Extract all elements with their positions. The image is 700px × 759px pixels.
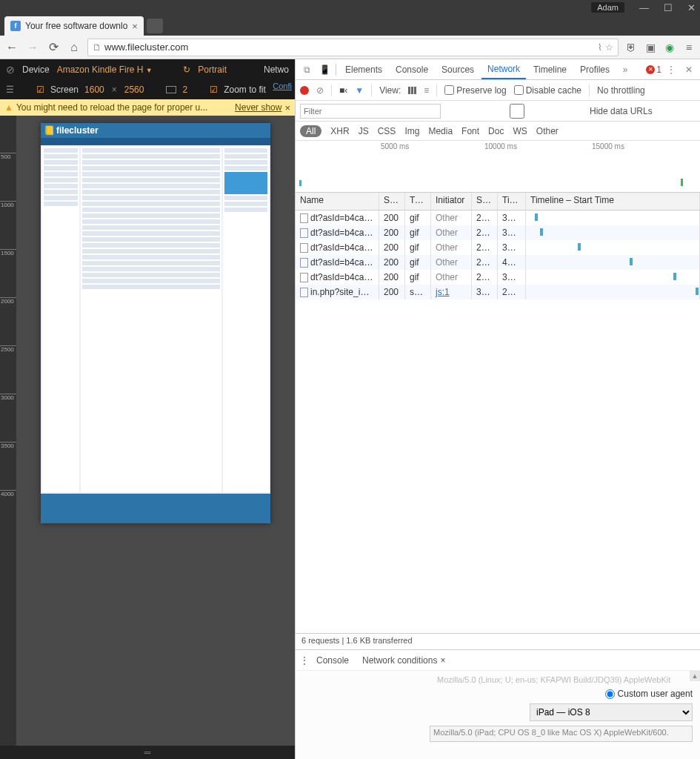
rotate-icon[interactable]: ↻ [183, 64, 190, 75]
filter-input[interactable] [300, 104, 441, 119]
favicon-icon: f [10, 21, 21, 31]
warning-close-icon[interactable]: × [284, 102, 290, 113]
configure-link[interactable]: Confi [273, 82, 292, 90]
cast-icon[interactable]: ▣ [644, 41, 657, 54]
record-button[interactable] [300, 86, 309, 95]
screen-label: Screen [50, 84, 79, 95]
view-large-icon[interactable] [408, 87, 416, 94]
drawer-tab-network-conditions[interactable]: Network conditions × [358, 655, 450, 666]
drag-handle[interactable]: ═ [0, 746, 295, 759]
minimize-button[interactable]: — [639, 2, 649, 13]
warning-bar: ▲ You might need to reload the page for … [0, 99, 295, 116]
shield-icon[interactable]: ⛨ [624, 41, 638, 54]
view-small-icon[interactable]: ≡ [424, 85, 429, 96]
tab-strip: f Your free software downlo × [0, 15, 700, 36]
drawer-tab-console[interactable]: Console [312, 655, 353, 666]
custom-ua-radio[interactable]: Custom user agent [605, 689, 693, 699]
table-row[interactable]: dt?asId=b4ca58...200gifOther260...33 ... [296, 240, 700, 255]
ua-string-input[interactable]: Mozilla/5.0 (iPad; CPU OS 8_0 like Mac O… [430, 726, 693, 742]
warning-text: You might need to reload the page for pr… [16, 102, 232, 113]
type-filter-row: All XHR JS CSS Img Media Font Doc WS Oth… [296, 122, 700, 141]
filter-other[interactable]: Other [536, 126, 559, 136]
bookmark-icon[interactable]: ☆ [605, 42, 613, 53]
close-button[interactable]: ✕ [687, 2, 696, 13]
table-header[interactable]: Name Stat... Type Initiator Size Time Ti… [296, 193, 700, 211]
table-row[interactable]: dt?asId=b4ca58...200gifOther260...48 ... [296, 255, 700, 270]
filter-row: Hide data URLs [296, 101, 700, 122]
tab-title: Your free software downlo [25, 21, 127, 31]
devtools-close-icon[interactable]: ✕ [681, 64, 697, 75]
new-tab-button[interactable] [147, 19, 163, 33]
key-icon[interactable]: ⌇ [598, 42, 602, 53]
filter-ws[interactable]: WS [513, 126, 527, 136]
filter-doc[interactable]: Doc [488, 126, 504, 136]
filter-font[interactable]: Font [461, 126, 479, 136]
tab-timeline[interactable]: Timeline [527, 59, 573, 79]
screen-checkbox[interactable]: ☑ [36, 84, 44, 95]
device-emulator-pane: ⊘ Device Amazon Kindle Fire H ▼ ↻ Portra… [0, 59, 295, 759]
never-show-link[interactable]: Never show [235, 102, 281, 113]
browser-tab[interactable]: f Your free software downlo × [4, 16, 144, 36]
network-table: Name Stat... Type Initiator Size Time Ti… [296, 193, 700, 633]
maximize-button[interactable]: ☐ [664, 2, 673, 13]
table-row[interactable]: dt?asId=b4ca58...200gifOther260...30 ... [296, 225, 700, 240]
home-button[interactable]: ⌂ [67, 41, 81, 54]
hide-data-urls-checkbox[interactable]: Hide data URLs [447, 104, 653, 119]
error-badge[interactable]: ✕1 [646, 64, 661, 75]
menu-button[interactable]: ≡ [682, 41, 696, 54]
browser-toolbar: ← → ⟳ ⌂ 🗋 www.filecluster.com ⌇ ☆ ⛨ ▣ ◉ … [0, 36, 700, 59]
drawer-tab-close-icon[interactable]: × [440, 655, 445, 666]
reload-button[interactable]: ⟳ [46, 40, 61, 54]
orientation[interactable]: Portrait [198, 64, 227, 75]
throttling-select[interactable]: No throttling [597, 85, 645, 96]
filter-xhr[interactable]: XHR [330, 126, 349, 136]
menu-icon[interactable]: ☰ [6, 84, 14, 95]
filter-img[interactable]: Img [404, 126, 419, 136]
table-row[interactable]: dt?asId=b4ca58...200gifOther260...34 ... [296, 211, 700, 225]
ua-preset-select[interactable]: iPad — iOS 8 [530, 703, 693, 721]
disable-cache-checkbox[interactable]: Disable cache [514, 85, 581, 96]
devtools-pane: ⧉ 📱 Elements Console Sources Network Tim… [295, 59, 700, 759]
user-badge[interactable]: Adam [591, 2, 624, 13]
no-sign-icon[interactable]: ⊘ [6, 64, 15, 76]
device-toolbar-2: ☰ ☑ Screen 1600 × 2560 2 ☑ Zoom to fit [0, 80, 295, 99]
tab-profiles[interactable]: Profiles [574, 59, 616, 79]
devtools-menu-icon[interactable]: ⋮ [663, 64, 679, 75]
back-button[interactable]: ← [4, 41, 19, 54]
extension-icon[interactable]: ◉ [663, 41, 676, 54]
preserve-log-checkbox[interactable]: Preserve log [444, 85, 506, 96]
tab-close-icon[interactable]: × [132, 21, 138, 32]
filter-js[interactable]: JS [359, 126, 369, 136]
tab-console[interactable]: Console [390, 59, 434, 79]
device-mode-icon[interactable]: 📱 [316, 64, 333, 75]
zoom-checkbox[interactable]: ☑ [210, 84, 218, 95]
table-row[interactable]: dt?asId=b4ca58...200gifOther260...37 ... [296, 270, 700, 285]
filter-css[interactable]: CSS [378, 126, 396, 136]
screenshot-button[interactable]: ■‹ [339, 85, 347, 96]
overflow-icon[interactable]: » [617, 64, 633, 75]
filter-media[interactable]: Media [428, 126, 453, 136]
tab-elements[interactable]: Elements [339, 59, 388, 79]
devtools-tabstrip: ⧉ 📱 Elements Console Sources Network Tim… [296, 59, 700, 80]
filter-button[interactable]: ▼ [355, 85, 364, 96]
timeline-overview[interactable]: 5000 ms 10000 ms 15000 ms [296, 141, 700, 193]
scroll-up-icon[interactable]: ▲ [690, 671, 700, 681]
default-ua-text: Mozilla/5.0 (Linux; U; en-us; KFAPWI Bui… [437, 675, 693, 684]
inspect-icon[interactable]: ⧉ [299, 64, 315, 75]
drawer-menu-icon[interactable]: ⋮ [300, 655, 307, 666]
dpr-icon [166, 86, 176, 93]
device-select[interactable]: Amazon Kindle Fire H ▼ [57, 64, 153, 75]
screen-height[interactable]: 2560 [124, 84, 144, 95]
network-conditions-drawer: ▲ Mozilla/5.0 (Linux; U; en-us; KFAPWI B… [296, 670, 700, 759]
clear-button[interactable]: ⊘ [316, 85, 324, 96]
forward-button[interactable]: → [25, 41, 40, 54]
vertical-ruler: 500 1000 1500 2000 2500 3000 3500 4000 [0, 116, 16, 746]
dpr-value[interactable]: 2 [182, 84, 187, 95]
table-row[interactable]: in.php?site_id=2...200scri...js:1348...2… [296, 285, 700, 299]
tab-network[interactable]: Network [481, 59, 526, 79]
address-bar[interactable]: 🗋 www.filecluster.com ⌇ ☆ [87, 39, 619, 56]
filter-all[interactable]: All [300, 125, 321, 137]
tab-sources[interactable]: Sources [436, 59, 480, 79]
device-viewport[interactable]: 📒filecluster [16, 116, 295, 746]
screen-width[interactable]: 1600 [84, 84, 104, 95]
